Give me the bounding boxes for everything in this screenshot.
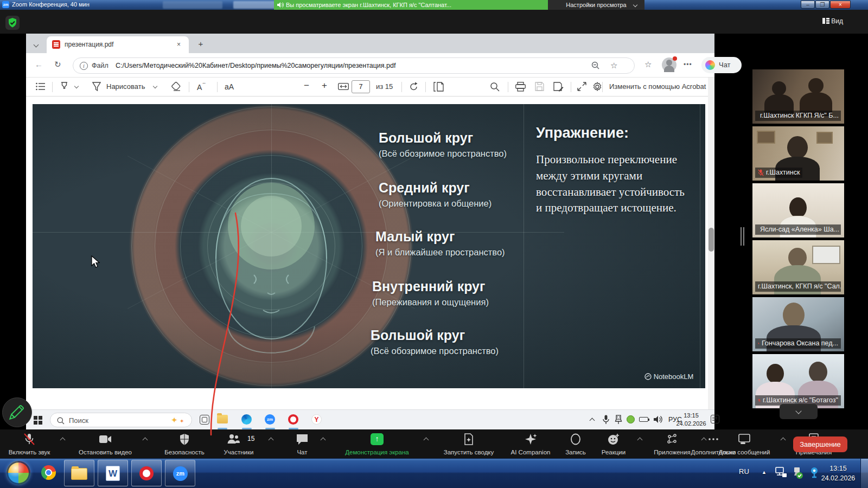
zoom-taskbar-button[interactable]: zm bbox=[165, 460, 195, 486]
share-screen-button[interactable]: ↑ Демонстрация экрана bbox=[337, 429, 417, 458]
ai-companion-button[interactable]: AI Companion bbox=[505, 429, 557, 458]
participants-button[interactable]: 15 Участники bbox=[216, 429, 261, 458]
security-button[interactable]: Безопасность bbox=[158, 429, 210, 458]
volume-tray-icon[interactable] bbox=[654, 415, 663, 423]
participant-name: г.Шахтинск bbox=[766, 168, 800, 177]
wireless-tray-icon[interactable] bbox=[808, 466, 820, 479]
tab-list-chevron[interactable] bbox=[30, 39, 42, 50]
pdf-scrollbar-thumb[interactable] bbox=[709, 228, 714, 252]
edit-with-acrobat-button[interactable]: Изменить с помощью Acrobat bbox=[609, 82, 706, 91]
reload-icon[interactable]: ↻ bbox=[54, 60, 61, 69]
start-summary-button[interactable]: Запустить сводку bbox=[437, 429, 500, 458]
save-as-icon[interactable] bbox=[553, 82, 564, 92]
share-options-chevron[interactable] bbox=[424, 438, 429, 443]
zoom-out-icon[interactable]: − bbox=[304, 80, 309, 91]
antivirus-tray-icon[interactable] bbox=[627, 415, 635, 423]
audio-options-chevron[interactable] bbox=[60, 438, 66, 443]
back-icon[interactable]: ← bbox=[35, 60, 43, 69]
chrome-icon[interactable] bbox=[41, 465, 56, 480]
opera-browser-icon[interactable] bbox=[288, 414, 298, 425]
translate-icon[interactable]: aA bbox=[225, 82, 234, 91]
chat-button[interactable]: Чат bbox=[290, 429, 315, 458]
page-info-icon[interactable]: i bbox=[80, 62, 88, 70]
participant-tile[interactable]: г.Шахтинск bbox=[752, 126, 844, 181]
toc-icon[interactable] bbox=[36, 82, 45, 91]
chat-chevron[interactable] bbox=[321, 438, 326, 443]
fullscreen-icon[interactable] bbox=[577, 82, 586, 91]
collapse-gallery-button[interactable] bbox=[780, 404, 818, 419]
taskbar-search-box[interactable]: Поиск ✦ ✦ bbox=[50, 413, 192, 427]
opera-taskbar-button[interactable] bbox=[131, 460, 162, 486]
usb-tray-icon[interactable] bbox=[615, 415, 622, 425]
zoom-app-icon[interactable]: zm bbox=[265, 414, 275, 425]
whiteboards-chevron[interactable] bbox=[781, 438, 786, 443]
eraser-icon[interactable] bbox=[171, 82, 181, 91]
notification-center-icon[interactable] bbox=[711, 415, 719, 423]
sidebar-resize-handle[interactable] bbox=[743, 227, 744, 246]
draw-chevron[interactable] bbox=[153, 84, 157, 88]
show-desktop-button[interactable] bbox=[860, 459, 868, 488]
browser-menu-icon[interactable]: ••• bbox=[684, 61, 692, 68]
circle-item-title: Большой круг bbox=[379, 130, 473, 146]
end-meeting-button[interactable]: Завершение bbox=[793, 436, 847, 452]
participant-tile[interactable]: г.Шахтинск я/с "Ботагоз" bbox=[752, 354, 844, 408]
sidebar-resize-handle[interactable] bbox=[741, 227, 742, 246]
stop-video-button[interactable]: Остановить видео bbox=[75, 429, 136, 458]
participant-tile[interactable]: г.Шахтинск КГКП Я/с" Б... bbox=[752, 69, 844, 124]
file-explorer-icon[interactable] bbox=[217, 415, 228, 423]
language-indicator[interactable]: RU bbox=[739, 467, 749, 476]
zoom-page-icon[interactable] bbox=[591, 61, 600, 70]
copilot-chat-button[interactable]: Чат bbox=[701, 57, 742, 73]
participant-tile[interactable]: Гончарова Оксана пед... bbox=[752, 297, 844, 351]
yandex-browser-icon[interactable]: Y bbox=[311, 414, 322, 425]
task-view-icon[interactable] bbox=[200, 415, 209, 425]
browser-tab[interactable]: презентация.pdf × bbox=[47, 36, 189, 53]
tray-expand-icon[interactable]: ▲ bbox=[762, 470, 767, 475]
page-view-icon[interactable] bbox=[433, 82, 444, 92]
explorer-taskbar-button[interactable] bbox=[64, 460, 94, 486]
rotate-icon[interactable] bbox=[409, 82, 419, 92]
new-tab-button[interactable]: + bbox=[195, 38, 206, 49]
settings-gear-icon[interactable] bbox=[592, 82, 602, 92]
network-tray-icon[interactable] bbox=[775, 466, 788, 479]
unmute-button[interactable]: Включить звук bbox=[4, 429, 54, 458]
start-button-icon[interactable] bbox=[34, 416, 42, 425]
record-button[interactable]: Запись bbox=[559, 429, 592, 458]
tab-close-icon[interactable]: × bbox=[174, 40, 183, 49]
reactions-chevron[interactable] bbox=[637, 438, 643, 443]
fit-width-icon[interactable] bbox=[338, 83, 349, 90]
favorites-bar-icon[interactable]: ☆ bbox=[644, 60, 652, 69]
battery-tray-icon[interactable] bbox=[639, 417, 648, 422]
participant-tile-active-speaker[interactable]: г.Шахтинск, КГКП я/с "Сал... bbox=[752, 240, 844, 294]
zoom-in-icon[interactable]: + bbox=[322, 80, 327, 91]
draw-pen-icon[interactable] bbox=[92, 82, 101, 92]
clock[interactable]: 13:15 24.02.2026 bbox=[820, 464, 856, 483]
annotation-pencil-button[interactable] bbox=[2, 397, 32, 427]
view-layout-button[interactable]: Вид bbox=[822, 17, 843, 25]
print-icon[interactable] bbox=[515, 82, 526, 92]
start-orb[interactable] bbox=[7, 461, 30, 485]
more-button[interactable]: Дополнительно bbox=[684, 429, 743, 458]
view-settings-dropdown[interactable]: Настройки просмотра bbox=[548, 0, 644, 10]
clock[interactable]: 13:15 24.02.2026 bbox=[674, 412, 708, 428]
participants-chevron[interactable] bbox=[269, 438, 274, 443]
video-options-chevron[interactable] bbox=[143, 438, 148, 443]
edge-browser-icon[interactable] bbox=[241, 414, 252, 425]
word-taskbar-button[interactable]: W bbox=[98, 460, 128, 486]
address-bar[interactable]: i Файл C:/Users/Методический%20Кабинет/D… bbox=[73, 57, 635, 74]
highlighter-icon[interactable] bbox=[60, 82, 69, 92]
close-button[interactable]: × bbox=[830, 1, 851, 9]
favorite-star-icon[interactable]: ☆ bbox=[610, 61, 617, 70]
tray-expand-chevron[interactable] bbox=[590, 416, 594, 424]
minimize-button[interactable]: – bbox=[801, 1, 815, 9]
highlighter-chevron[interactable] bbox=[74, 84, 79, 88]
draw-label[interactable]: Нарисовать bbox=[106, 82, 145, 91]
search-doc-icon[interactable] bbox=[490, 82, 500, 92]
read-aloud-icon[interactable]: A⌒ bbox=[197, 82, 206, 92]
page-number-input[interactable] bbox=[352, 80, 370, 93]
participant-tile[interactable]: Ясли-сад «Аленка» Ша... bbox=[752, 183, 844, 237]
usb-tray-icon[interactable] bbox=[791, 466, 804, 479]
microphone-tray-icon[interactable] bbox=[603, 415, 609, 425]
reactions-button[interactable]: Реакции bbox=[596, 429, 631, 458]
restore-button[interactable]: ❐ bbox=[815, 1, 829, 9]
